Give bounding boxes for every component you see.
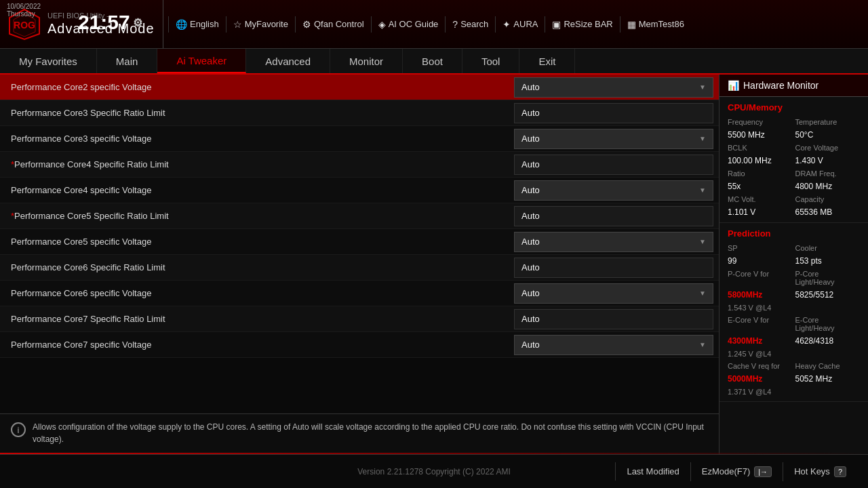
pcorev-label: P-Core V for: [728, 270, 793, 286]
cache-atl4: 1.371 V @L4: [728, 388, 793, 396]
tab-ai-tweaker[interactable]: Ai Tweaker: [157, 49, 246, 73]
language-label: English: [190, 19, 219, 29]
nav-memtest[interactable]: ▦ MemTest86: [620, 16, 691, 33]
nav-search[interactable]: ? Search: [445, 16, 495, 33]
nav-qfan[interactable]: ⚙ Qfan Control: [295, 16, 371, 33]
sp-label: SP: [728, 244, 793, 252]
ezmode-label: EzMode(F7): [702, 466, 751, 476]
nav-language[interactable]: 🌐 English: [168, 16, 226, 33]
nav-aura[interactable]: ✦ AURA: [495, 16, 545, 33]
ai-icon: ◈: [378, 19, 386, 30]
setting-label-6: Performance Core5 specific Voltage: [0, 237, 509, 247]
setting-row-2[interactable]: Performance Core3 specific VoltageAuto▼: [0, 126, 719, 152]
pcorev-value: 5800MHz: [728, 290, 793, 300]
bclk-value: 100.00 MHz: [728, 156, 793, 165]
nav-myfavorite[interactable]: ☆ MyFavorite: [226, 16, 295, 33]
setting-row-7[interactable]: Performance Core6 Specific Ratio LimitAu…: [0, 255, 719, 281]
sp-value: 99: [728, 256, 793, 266]
cpu-memory-section: CPU/Memory Frequency Temperature 5500 MH…: [719, 97, 868, 223]
setting-row-10[interactable]: Performance Core7 specific VoltageAuto▼: [0, 332, 719, 358]
ecorev-value: 4300MHz: [728, 336, 793, 346]
setting-row-8[interactable]: Performance Core6 specific VoltageAuto▼: [0, 281, 719, 306]
setting-value-2[interactable]: Auto▼: [509, 129, 719, 149]
nav-aioc[interactable]: ◈ AI OC Guide: [371, 16, 446, 33]
setting-value-7[interactable]: Auto: [509, 258, 719, 278]
fan-icon: ⚙: [302, 19, 311, 30]
heavy-cache-value: 5052 MHz: [795, 374, 861, 384]
setting-value-9[interactable]: Auto: [509, 309, 719, 329]
tab-main[interactable]: Main: [97, 49, 158, 73]
setting-label-9: Performance Core7 Specific Ratio Limit: [0, 314, 509, 324]
main-navigation: My Favorites Main Ai Tweaker Advanced Mo…: [0, 49, 868, 75]
star-icon: ☆: [233, 19, 242, 30]
setting-value-5[interactable]: Auto: [509, 206, 719, 226]
setting-label-4: Performance Core4 specific Voltage: [0, 185, 509, 195]
date-text: 10/06/2022: [7, 3, 41, 10]
setting-row-6[interactable]: Performance Core5 specific VoltageAuto▼: [0, 229, 719, 255]
setting-value-10[interactable]: Auto▼: [509, 335, 719, 355]
setting-label-10: Performance Core7 specific Voltage: [0, 340, 509, 350]
setting-value-4[interactable]: Auto▼: [509, 180, 719, 201]
setting-value-3[interactable]: Auto: [509, 155, 719, 175]
tab-advanced[interactable]: Advanced: [246, 49, 330, 73]
setting-label-2: Performance Core3 specific Voltage: [0, 134, 509, 144]
svg-text:ROG: ROG: [14, 20, 35, 30]
ratio-label: Ratio: [728, 169, 793, 178]
hardware-monitor-panel: 📊 Hardware Monitor CPU/Memory Frequency …: [719, 75, 868, 454]
footer: Version 2.21.1278 Copyright (C) 2022 AMI…: [0, 454, 868, 488]
cpu-memory-title: CPU/Memory: [728, 102, 860, 113]
setting-row-3[interactable]: *Performance Core4 Specific Ratio LimitA…: [0, 152, 719, 178]
tab-tool[interactable]: Tool: [462, 49, 520, 73]
memtest-icon: ▦: [627, 19, 636, 30]
last-modified-btn[interactable]: Last Modified: [615, 462, 690, 481]
cpu-memory-grid: Frequency Temperature 5500 MHz 50°C BCLK…: [728, 118, 860, 217]
capacity-label: Capacity: [795, 195, 861, 203]
prediction-section: Prediction SP Cooler 99 153 pts P-Core V…: [719, 223, 868, 402]
setting-row-4[interactable]: Performance Core4 specific VoltageAuto▼: [0, 178, 719, 203]
ecorev-label: E-Core V for: [728, 316, 793, 332]
pcore-lh-value: 5825/5512: [795, 290, 861, 300]
freq-label: Frequency: [728, 118, 793, 126]
ecore-lh-label: E-Core Light/Heavy: [795, 316, 861, 332]
settings-list: Performance Core2 specific VoltageAuto▼P…: [0, 75, 719, 358]
last-modified-label: Last Modified: [627, 466, 679, 476]
myfavorite-label: MyFavorite: [245, 19, 288, 29]
setting-label-1: Performance Core3 Specific Ratio Limit: [0, 108, 509, 118]
setting-value-0[interactable]: Auto▼: [509, 77, 719, 98]
tab-favorites[interactable]: My Favorites: [0, 49, 97, 73]
info-text: Allows configuration of the voltage supp…: [33, 421, 708, 445]
setting-value-8[interactable]: Auto▼: [509, 283, 719, 304]
aura-icon: ✦: [502, 19, 511, 30]
nav-resizebar[interactable]: ▣ ReSize BAR: [545, 16, 619, 33]
freq-value: 5500 MHz: [728, 130, 793, 140]
tab-boot[interactable]: Boot: [403, 49, 462, 73]
mcvolt-label: MC Volt.: [728, 195, 793, 203]
prediction-grid: SP Cooler 99 153 pts P-Core V for P-Core…: [728, 244, 860, 396]
monitor-icon: 📊: [728, 80, 739, 91]
temp-label: Temperature: [795, 118, 861, 126]
setting-label-5: *Performance Core5 Specific Ratio Limit: [0, 211, 509, 221]
hw-monitor-title: 📊 Hardware Monitor: [719, 75, 868, 97]
heavy-cache-label: Heavy Cache: [795, 362, 861, 370]
info-bar: i Allows configuration of the voltage su…: [0, 413, 719, 454]
setting-label-3: *Performance Core4 Specific Ratio Limit: [0, 159, 509, 169]
setting-row-5[interactable]: *Performance Core5 Specific Ratio LimitA…: [0, 203, 719, 229]
setting-row-9[interactable]: Performance Core7 Specific Ratio LimitAu…: [0, 306, 719, 332]
f7-key: |→: [754, 466, 772, 477]
settings-icon[interactable]: ⚙: [133, 16, 142, 29]
setting-row-0[interactable]: Performance Core2 specific VoltageAuto▼: [0, 75, 719, 100]
tab-monitor[interactable]: Monitor: [330, 49, 403, 73]
ezmode-btn[interactable]: EzMode(F7) |→: [690, 462, 783, 481]
hotkeys-key: ?: [834, 466, 846, 477]
setting-value-6[interactable]: Auto▼: [509, 232, 719, 252]
hotkeys-btn[interactable]: Hot Keys ?: [783, 462, 857, 481]
setting-label-0: Performance Core2 specific Voltage: [0, 82, 509, 92]
setting-value-1[interactable]: Auto: [509, 103, 719, 123]
resizebar-label: ReSize BAR: [564, 19, 612, 29]
tab-exit[interactable]: Exit: [519, 49, 575, 73]
cachev-value: 5000MHz: [728, 374, 793, 384]
corevolt-label: Core Voltage: [795, 144, 861, 152]
setting-row-1[interactable]: Performance Core3 Specific Ratio LimitAu…: [0, 100, 719, 126]
ecore-lh-value: 4628/4318: [795, 336, 861, 346]
hotkeys-label: Hot Keys: [794, 466, 830, 476]
